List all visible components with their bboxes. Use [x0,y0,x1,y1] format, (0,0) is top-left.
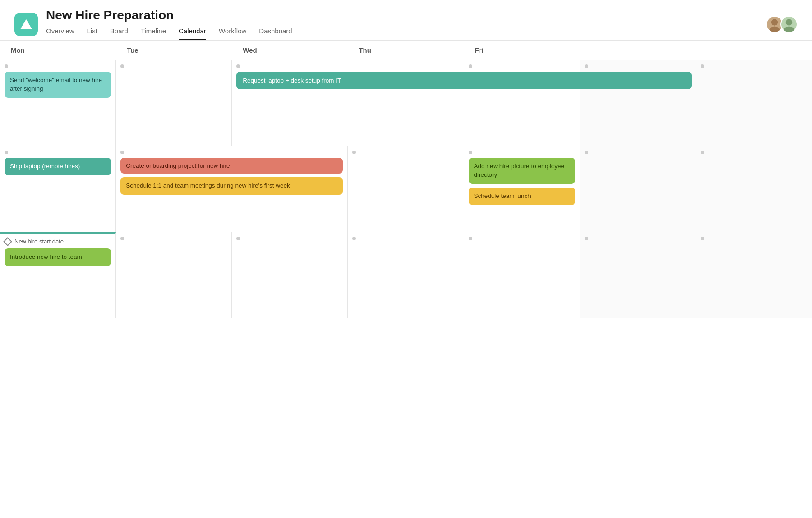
tab-calendar[interactable]: Calendar [179,27,206,40]
day-header-extra2 [696,41,812,60]
calendar-row-2: Ship laptop (remote hires) Create onboar… [0,146,812,232]
cell-dot [5,64,8,68]
event-schedule-meetings[interactable]: Schedule 1:1 and team meetings during ne… [120,177,343,195]
cell-dot [120,151,124,154]
header: New Hire Preparation Overview List Board… [0,0,812,41]
cell-dot [585,151,588,154]
day-header-thu: Thu [348,41,464,60]
svg-point-3 [786,19,792,25]
cell-row2-fri: Add new hire picture to employee directo… [464,146,580,232]
tab-timeline[interactable]: Timeline [141,27,166,40]
svg-point-2 [769,26,780,32]
svg-point-4 [784,26,794,32]
cell-row1-wed-thu: Request laptop + desk setup from IT [232,60,464,146]
day-headers: Mon Tue Wed Thu Fri [0,41,812,60]
cell-dot [585,237,588,240]
tab-board[interactable]: Board [110,27,128,40]
svg-marker-0 [21,19,32,28]
cell-row3-mon: New hire start date Introduce new hire t… [0,232,116,318]
cell-row3-fri [464,232,580,318]
cell-row2-thu [348,146,464,232]
cell-row1-extra2 [696,60,812,146]
cell-dot [352,237,356,240]
cell-dot [120,64,124,68]
cell-row3-wed [232,232,348,318]
nav-tabs: Overview List Board Timeline Calendar Wo… [46,27,292,40]
tab-dashboard[interactable]: Dashboard [259,27,292,40]
cell-row3-thu [348,232,464,318]
event-welcome-email[interactable]: Send "welcome" email to new hire after s… [5,72,111,98]
tab-workflow[interactable]: Workflow [219,27,246,40]
cell-row3-tue [116,232,232,318]
event-onboarding-project[interactable]: Create onboarding project for new hire [120,158,343,174]
cell-row3-extra2 [696,232,812,318]
cell-row1-tue [116,60,232,146]
cell-row1-mon: Send "welcome" email to new hire after s… [0,60,116,146]
day-header-extra1 [580,41,696,60]
avatar [780,16,798,33]
cell-dot [236,237,240,240]
calendar-row-3: New hire start date Introduce new hire t… [0,232,812,318]
cell-dot [236,64,240,68]
cell-dot [469,151,472,154]
cell-row2-tue-wed: Create onboarding project for new hire S… [116,146,348,232]
day-header-wed: Wed [232,41,348,60]
milestone-new-hire-start: New hire start date [5,238,111,245]
project-info: New Hire Preparation Overview List Board… [46,8,292,40]
avatar-group [766,16,798,33]
cell-row2-extra2 [696,146,812,232]
cell-row2-extra1 [580,146,696,232]
event-team-lunch[interactable]: Schedule team lunch [469,188,575,205]
event-introduce-new-hire[interactable]: Introduce new hire to team [5,248,111,266]
event-laptop-desk[interactable]: Request laptop + desk setup from IT [236,72,692,89]
day-header-mon: Mon [0,41,116,60]
event-ship-laptop[interactable]: Ship laptop (remote hires) [5,158,111,175]
tab-list[interactable]: List [87,27,97,40]
app-logo [14,13,38,36]
cell-dot [469,64,472,68]
project-title: New Hire Preparation [46,8,292,23]
cell-dot [120,237,124,240]
calendar: Mon Tue Wed Thu Fri Send "welcome" email… [0,41,812,318]
day-header-tue: Tue [116,41,232,60]
cell-dot [585,64,588,68]
cell-dot [5,151,8,154]
cell-dot [701,151,704,154]
calendar-row-1: Send "welcome" email to new hire after s… [0,60,812,146]
svg-point-1 [771,19,778,25]
day-header-fri: Fri [464,41,580,60]
cell-dot [469,237,472,240]
cell-row2-mon: Ship laptop (remote hires) [0,146,116,232]
cell-dot [352,151,356,154]
cell-dot [701,237,704,240]
cell-dot [701,64,704,68]
cell-row3-extra1 [580,232,696,318]
milestone-label: New hire start date [14,238,64,245]
diamond-icon [3,237,12,246]
tab-overview[interactable]: Overview [46,27,74,40]
event-employee-photo[interactable]: Add new hire picture to employee directo… [469,158,575,184]
header-left: New Hire Preparation Overview List Board… [14,8,292,40]
